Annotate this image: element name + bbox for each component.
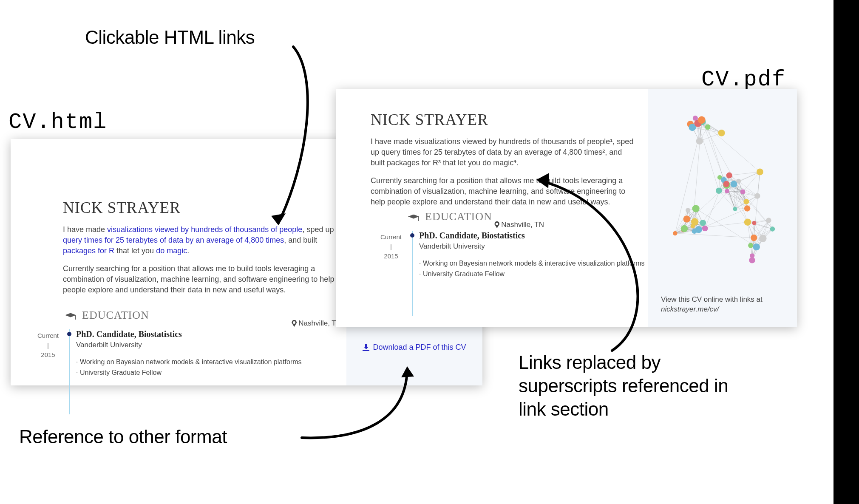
svg-line-68 bbox=[743, 172, 760, 192]
cv-name-pdf: NICK STRAYER bbox=[371, 110, 634, 129]
graduation-cap-icon bbox=[408, 213, 419, 221]
edu-subtitle: Vanderbilt University bbox=[76, 341, 355, 349]
arrow-clickable bbox=[234, 42, 353, 234]
svg-point-276 bbox=[770, 227, 775, 232]
edu-dates-pdf: Current | 2015 bbox=[375, 231, 407, 280]
cv-pdf-sidebar: View this CV online with links at nickst… bbox=[648, 89, 797, 327]
svg-point-279 bbox=[748, 243, 753, 248]
link-packages[interactable]: packages for R bbox=[63, 246, 114, 255]
svg-point-239 bbox=[705, 125, 711, 130]
location-pin-icon bbox=[494, 221, 499, 228]
arrow-superscripts bbox=[527, 172, 667, 355]
svg-line-23 bbox=[700, 133, 722, 141]
cv-intro-pdf: I have made visualizations viewed by hun… bbox=[371, 136, 634, 169]
svg-point-246 bbox=[698, 116, 706, 124]
svg-point-253 bbox=[726, 173, 732, 178]
download-pdf-link[interactable]: Download a PDF of this CV bbox=[363, 343, 466, 352]
svg-line-123 bbox=[705, 180, 724, 228]
svg-point-259 bbox=[754, 193, 760, 198]
svg-point-243 bbox=[696, 138, 703, 144]
svg-marker-285 bbox=[401, 366, 414, 377]
svg-point-251 bbox=[736, 179, 741, 184]
anno-reference-format: Reference to other format bbox=[19, 425, 227, 448]
svg-point-241 bbox=[718, 130, 725, 136]
svg-point-254 bbox=[744, 205, 750, 211]
svg-point-248 bbox=[731, 181, 737, 187]
svg-marker-286 bbox=[536, 173, 549, 188]
svg-point-261 bbox=[723, 181, 729, 187]
graduation-cap-icon bbox=[65, 311, 76, 320]
location-pin-icon bbox=[292, 320, 297, 327]
svg-point-258 bbox=[725, 189, 729, 193]
timeline-dot bbox=[67, 332, 71, 336]
label-cv-html: CV.html bbox=[9, 108, 107, 136]
cv-blurb: Currently searching for a position that … bbox=[63, 263, 335, 296]
svg-point-257 bbox=[743, 199, 749, 204]
svg-line-70 bbox=[729, 172, 760, 175]
anno-superscripts: Links replaced by superscripts reference… bbox=[519, 351, 744, 421]
svg-point-282 bbox=[749, 257, 755, 263]
svg-point-278 bbox=[751, 235, 757, 241]
svg-point-266 bbox=[702, 225, 708, 231]
edu-dates: Current | 2015 bbox=[32, 329, 64, 378]
svg-line-217 bbox=[748, 222, 772, 229]
svg-point-260 bbox=[733, 207, 737, 211]
svg-marker-284 bbox=[271, 213, 286, 225]
svg-point-277 bbox=[752, 221, 756, 225]
link-query[interactable]: query times for 25 terabytes of data by … bbox=[63, 236, 284, 244]
black-margin bbox=[833, 0, 859, 504]
svg-point-252 bbox=[716, 187, 722, 194]
svg-line-14 bbox=[708, 127, 760, 172]
svg-point-250 bbox=[740, 190, 746, 195]
svg-point-280 bbox=[753, 244, 760, 250]
download-label: Download a PDF of this CV bbox=[373, 343, 466, 352]
svg-point-283 bbox=[759, 235, 767, 242]
cv-intro-html: I have made visualizations viewed by hun… bbox=[63, 224, 335, 295]
anno-clickable-links: Clickable HTML links bbox=[85, 25, 255, 49]
svg-point-268 bbox=[700, 220, 706, 226]
svg-point-275 bbox=[766, 218, 771, 223]
edu-location: Nashville, TN bbox=[292, 319, 341, 328]
arrow-reference bbox=[298, 361, 434, 442]
download-icon bbox=[363, 344, 369, 351]
link-magic[interactable]: do magic bbox=[156, 246, 187, 255]
svg-point-249 bbox=[757, 168, 763, 175]
edu-title: PhD. Candidate, Biostatistics bbox=[76, 329, 355, 339]
svg-line-100 bbox=[719, 191, 735, 209]
view-online-text: View this CV online with links at nickst… bbox=[661, 295, 784, 314]
svg-point-281 bbox=[744, 218, 751, 225]
timeline-dot bbox=[410, 233, 414, 238]
